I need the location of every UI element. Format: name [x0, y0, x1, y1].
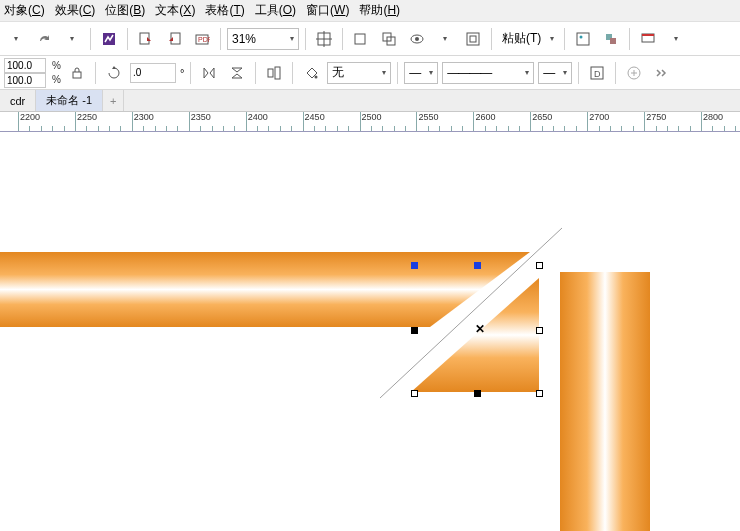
horizontal-ruler[interactable]: 2200225023002350240024502500255026002650… — [0, 112, 740, 132]
percent-labels: %% — [50, 59, 61, 87]
redo-dropdown-button[interactable]: ▾ — [4, 27, 28, 51]
menu-text[interactable]: 文本(X) — [155, 2, 195, 19]
svg-rect-21 — [73, 72, 81, 78]
flip-v-button[interactable] — [225, 61, 249, 85]
chevron-down-icon: ▾ — [563, 68, 567, 77]
preview-dd[interactable]: ▾ — [433, 27, 457, 51]
menu-window[interactable]: 窗口(W) — [306, 2, 349, 19]
import-icon — [138, 31, 154, 47]
svg-point-16 — [580, 35, 583, 38]
scale-y-input[interactable]: 100.0 — [4, 73, 46, 88]
screen-icon — [640, 31, 656, 47]
svg-point-24 — [315, 75, 318, 78]
menu-object[interactable]: 对象(C) — [4, 2, 45, 19]
ruler-label: 2700 — [589, 112, 609, 122]
import-button[interactable] — [134, 27, 158, 51]
tab-cdr[interactable]: cdr — [0, 90, 36, 111]
options-button[interactable] — [461, 27, 485, 51]
macro-button[interactable] — [97, 27, 121, 51]
canvas[interactable]: ✕ — [0, 132, 740, 531]
publish-button[interactable]: PDF — [190, 27, 214, 51]
img1-button[interactable] — [571, 27, 595, 51]
ruler-label: 2600 — [475, 112, 495, 122]
cut-guideline — [0, 132, 740, 531]
main-toolbar: ▾ ▾ PDF 31% ▾ ▾ 粘贴(T) ▾ ▾ — [0, 22, 740, 56]
view1-button[interactable] — [349, 27, 373, 51]
chevron-down-icon: ▾ — [550, 34, 554, 43]
stroke-end-combo[interactable]: — ▾ — [538, 62, 572, 84]
menu-bar: 对象(C) 效果(C) 位图(B) 文本(X) 表格(T) 工具(O) 窗口(W… — [0, 0, 740, 22]
degree-label: ° — [180, 67, 184, 79]
svg-rect-22 — [268, 69, 273, 77]
preview-button[interactable] — [405, 27, 429, 51]
handle-e[interactable] — [536, 327, 543, 334]
bucket-icon — [303, 65, 319, 81]
fill-combo[interactable]: 无 ▾ — [327, 62, 391, 84]
export-button[interactable] — [162, 27, 186, 51]
menu-help[interactable]: 帮助(H) — [359, 2, 400, 19]
fill-icon-btn[interactable] — [299, 61, 323, 85]
ruler-label: 2200 — [20, 112, 40, 122]
redo2-dropdown[interactable]: ▾ — [60, 27, 84, 51]
chevron-down-icon: ▾ — [290, 34, 294, 43]
menu-tools[interactable]: 工具(O) — [255, 2, 296, 19]
handle-nw[interactable] — [411, 262, 418, 269]
menu-effects[interactable]: 效果(C) — [55, 2, 96, 19]
tab-unnamed[interactable]: 未命名 -1 — [36, 90, 103, 111]
svg-rect-15 — [577, 33, 589, 45]
macro-icon — [101, 31, 117, 47]
img2-button[interactable] — [599, 27, 623, 51]
zoom-value: 31% — [232, 32, 286, 46]
presentation-button[interactable] — [636, 27, 660, 51]
chevron-down-icon: ▾ — [429, 68, 433, 77]
handle-ne[interactable] — [536, 262, 543, 269]
svg-rect-23 — [275, 67, 280, 79]
handle-sw[interactable] — [411, 390, 418, 397]
handle-w[interactable] — [411, 327, 418, 334]
tab-add-button[interactable]: + — [103, 90, 124, 111]
gear-icon — [465, 31, 481, 47]
paste-menu[interactable]: 粘贴(T) ▾ — [498, 28, 558, 50]
redo-button[interactable] — [32, 27, 56, 51]
rotate-icon-btn[interactable] — [102, 61, 126, 85]
align-icon — [266, 65, 282, 81]
ruler-label: 2250 — [77, 112, 97, 122]
publish-icon: PDF — [194, 31, 210, 47]
svg-point-12 — [415, 37, 419, 41]
presentation-dd[interactable]: ▾ — [664, 27, 688, 51]
flip-h-button[interactable] — [197, 61, 221, 85]
wrap-icon: D — [589, 65, 605, 81]
svg-text:D: D — [594, 69, 601, 79]
zoom-combo[interactable]: 31% ▾ — [227, 28, 299, 50]
svg-line-28 — [380, 228, 562, 398]
menu-table[interactable]: 表格(T) — [205, 2, 244, 19]
svg-rect-18 — [610, 38, 616, 44]
handle-s[interactable] — [474, 390, 481, 397]
ruler-label: 2400 — [248, 112, 268, 122]
view2-button[interactable] — [377, 27, 401, 51]
plus-circle-icon — [626, 65, 642, 81]
rotate-icon — [106, 65, 122, 81]
flip-v-icon — [229, 65, 245, 81]
lock-ratio-button[interactable] — [65, 61, 89, 85]
selection-center[interactable]: ✕ — [475, 322, 485, 336]
stroke-width-combo[interactable]: — ▾ — [404, 62, 438, 84]
stroke-style-combo[interactable]: ———— ▾ — [442, 62, 534, 84]
chevrons-icon — [654, 67, 670, 79]
rotate-input[interactable]: .0 — [130, 63, 176, 83]
handle-se[interactable] — [536, 390, 543, 397]
menu-bitmap[interactable]: 位图(B) — [105, 2, 145, 19]
align-button[interactable] — [262, 61, 286, 85]
add-button[interactable] — [622, 61, 646, 85]
wrap-text-button[interactable]: D — [585, 61, 609, 85]
ruler-label: 2300 — [134, 112, 154, 122]
scale-inputs: 100.0 100.0 — [4, 58, 46, 88]
export-icon — [166, 31, 182, 47]
handle-n[interactable] — [474, 262, 481, 269]
more-button[interactable] — [650, 61, 674, 85]
snap-button[interactable] — [312, 27, 336, 51]
scale-x-input[interactable]: 100.0 — [4, 58, 46, 73]
rects-icon — [381, 31, 397, 47]
property-toolbar: 100.0 100.0 %% .0 ° 无 ▾ — ▾ ———— ▾ — ▾ D — [0, 56, 740, 90]
rect-icon — [353, 31, 369, 47]
